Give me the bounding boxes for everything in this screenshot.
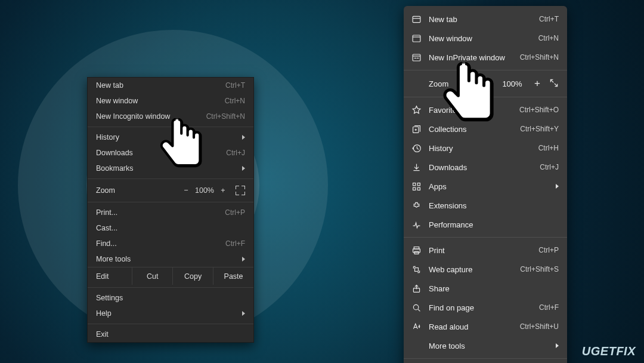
label: Print xyxy=(429,246,531,255)
menu-item-new-tab[interactable]: New tab Ctrl+T xyxy=(404,10,567,29)
menu-item-collections[interactable]: Collections Ctrl+Shift+Y xyxy=(404,119,567,139)
svg-rect-15 xyxy=(413,248,420,252)
shortcut: Ctrl+F xyxy=(225,239,245,248)
svg-rect-13 xyxy=(417,187,420,190)
menu-item-favorites[interactable]: Favorites Ctrl+Shift+O xyxy=(404,100,567,119)
menu-item-apps[interactable]: Apps xyxy=(404,177,567,196)
menu-item-share[interactable]: Share xyxy=(404,279,567,298)
watermark: UGETFIX xyxy=(582,344,636,358)
label: New InPrivate window xyxy=(429,53,513,62)
menu-item-new-incognito[interactable]: New Incognito window Ctrl+Shift+N xyxy=(88,109,253,124)
collections-icon xyxy=(411,124,422,134)
read-aloud-icon xyxy=(411,321,422,332)
chrome-context-menu: New tab Ctrl+T New window Ctrl+N New Inc… xyxy=(87,77,254,343)
menu-item-performance[interactable]: Performance xyxy=(404,215,567,234)
apps-icon xyxy=(411,181,422,192)
label: Apps xyxy=(429,182,549,191)
label: History xyxy=(96,133,237,141)
menu-item-read-aloud[interactable]: Read aloud Ctrl+Shift+U xyxy=(404,317,567,336)
menu-item-bookmarks[interactable]: Bookmarks xyxy=(88,161,253,176)
separator xyxy=(404,97,567,97)
menu-item-cast[interactable]: Cast... xyxy=(88,220,253,236)
svg-rect-10 xyxy=(413,183,415,185)
label: New Incognito window xyxy=(96,112,206,121)
label: Cast... xyxy=(96,224,245,232)
edit-paste[interactable]: Paste xyxy=(213,267,253,285)
fullscreen-icon[interactable] xyxy=(236,186,245,195)
menu-item-new-inprivate[interactable]: New InPrivate window Ctrl+Shift+N xyxy=(404,48,567,67)
shortcut: Ctrl+Shift+O xyxy=(519,106,559,114)
svg-rect-17 xyxy=(414,267,418,271)
shortcut: Ctrl+J xyxy=(540,163,559,171)
zoom-in-button[interactable]: + xyxy=(216,186,230,195)
label: History xyxy=(429,144,531,153)
label: Downloads xyxy=(429,163,532,172)
shortcut: Ctrl+Shift+Y xyxy=(520,125,559,133)
shortcut: Ctrl+T xyxy=(539,15,559,23)
menu-item-zoom: Zoom − 100% + xyxy=(88,182,253,199)
menu-item-more-tools[interactable]: More tools xyxy=(404,336,567,355)
menu-item-print[interactable]: Print Ctrl+P xyxy=(404,241,567,260)
shortcut: Ctrl+H xyxy=(538,144,559,152)
shortcut: Ctrl+P xyxy=(225,208,245,217)
menu-item-downloads[interactable]: Downloads Ctrl+J xyxy=(404,158,567,177)
label: Exit xyxy=(96,330,245,339)
fullscreen-icon[interactable] xyxy=(549,78,559,90)
menu-item-extensions[interactable]: Extensions xyxy=(404,196,567,215)
edit-cut[interactable]: Cut xyxy=(132,267,173,285)
shortcut: Ctrl+Shift+U xyxy=(520,322,559,331)
label: Zoom xyxy=(96,186,179,195)
menu-item-settings[interactable]: Settings xyxy=(88,290,253,306)
shortcut: Ctrl+F xyxy=(539,303,559,312)
label: Web capture xyxy=(429,265,513,274)
web-capture-icon xyxy=(411,264,422,275)
separator xyxy=(88,287,253,288)
zoom-out-button[interactable]: − xyxy=(179,186,193,195)
label: Find... xyxy=(96,239,225,248)
menu-item-help[interactable]: Help xyxy=(88,306,253,321)
menu-item-find[interactable]: Find on page Ctrl+F xyxy=(404,298,567,317)
label: Downloads xyxy=(96,149,226,157)
separator xyxy=(88,179,253,179)
menu-item-history[interactable]: History xyxy=(88,130,253,145)
menu-item-new-window[interactable]: New window Ctrl+N xyxy=(88,93,253,109)
label: Bookmarks xyxy=(96,164,237,173)
edit-copy[interactable]: Copy xyxy=(173,267,213,285)
chevron-right-icon xyxy=(242,166,245,171)
shortcut: Ctrl+Shift+N xyxy=(206,112,245,121)
print-icon xyxy=(411,245,422,256)
edit-label: Edit xyxy=(88,267,132,285)
new-tab-icon xyxy=(411,14,422,24)
menu-item-find[interactable]: Find... Ctrl+F xyxy=(88,236,253,251)
shortcut: Ctrl+Shift+S xyxy=(520,265,559,273)
zoom-in-button[interactable]: + xyxy=(531,78,543,90)
zoom-out-button[interactable]: − xyxy=(481,78,493,90)
separator xyxy=(88,202,253,202)
chevron-right-icon xyxy=(556,184,559,189)
search-icon xyxy=(411,302,422,313)
separator xyxy=(404,237,567,238)
chevron-right-icon xyxy=(556,343,559,348)
label: New window xyxy=(429,34,531,43)
menu-item-more-tools[interactable]: More tools xyxy=(88,251,253,267)
shortcut: Ctrl+P xyxy=(538,246,559,254)
label: Collections xyxy=(429,125,513,134)
history-icon xyxy=(411,143,422,153)
menu-item-print[interactable]: Print... Ctrl+P xyxy=(88,205,253,220)
svg-rect-4 xyxy=(413,54,420,60)
menu-item-new-window[interactable]: New window Ctrl+N xyxy=(404,29,567,48)
menu-item-history[interactable]: History Ctrl+H xyxy=(404,139,567,158)
menu-edit-row: Edit Cut Copy Paste xyxy=(88,267,253,285)
menu-item-downloads[interactable]: Downloads Ctrl+J xyxy=(88,145,253,161)
label: Read aloud xyxy=(429,322,513,331)
menu-item-new-tab[interactable]: New tab Ctrl+T xyxy=(88,78,253,93)
menu-item-exit[interactable]: Exit xyxy=(88,327,253,342)
performance-icon xyxy=(411,219,422,230)
svg-rect-11 xyxy=(417,183,420,185)
svg-rect-2 xyxy=(413,35,420,41)
svg-rect-0 xyxy=(413,16,420,22)
menu-item-web-capture[interactable]: Web capture Ctrl+Shift+S xyxy=(404,260,567,279)
label: Favorites xyxy=(429,106,512,115)
edge-context-menu: New tab Ctrl+T New window Ctrl+N New InP… xyxy=(404,6,567,363)
label: Print... xyxy=(96,208,225,217)
